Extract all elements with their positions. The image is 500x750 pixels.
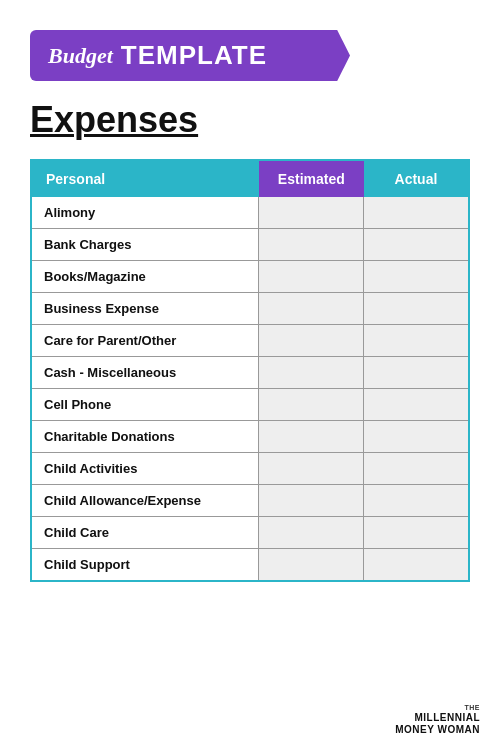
row-label: Child Activities xyxy=(31,453,259,485)
row-estimated[interactable] xyxy=(259,293,364,325)
table-row: Bank Charges xyxy=(31,229,469,261)
row-actual[interactable] xyxy=(364,293,469,325)
row-label: Bank Charges xyxy=(31,229,259,261)
row-label: Cash - Miscellaneous xyxy=(31,357,259,389)
row-label: Alimony xyxy=(31,197,259,229)
table-row: Child Care xyxy=(31,517,469,549)
row-label: Cell Phone xyxy=(31,389,259,421)
row-actual[interactable] xyxy=(364,485,469,517)
row-label: Child Allowance/Expense xyxy=(31,485,259,517)
row-actual[interactable] xyxy=(364,453,469,485)
budget-label: Budget xyxy=(48,43,113,69)
row-actual[interactable] xyxy=(364,389,469,421)
table-row: Care for Parent/Other xyxy=(31,325,469,357)
footer-brand-sub: MONEY WOMAN xyxy=(395,724,480,736)
row-estimated[interactable] xyxy=(259,261,364,293)
col-header-actual: Actual xyxy=(364,160,469,197)
row-actual[interactable] xyxy=(364,261,469,293)
row-estimated[interactable] xyxy=(259,357,364,389)
row-estimated[interactable] xyxy=(259,485,364,517)
col-header-personal: Personal xyxy=(31,160,259,197)
row-estimated[interactable] xyxy=(259,197,364,229)
row-actual[interactable] xyxy=(364,421,469,453)
row-estimated[interactable] xyxy=(259,421,364,453)
row-estimated[interactable] xyxy=(259,325,364,357)
row-estimated[interactable] xyxy=(259,229,364,261)
row-actual[interactable] xyxy=(364,357,469,389)
table-row: Business Expense xyxy=(31,293,469,325)
footer-brand-name: MILLENNIAL xyxy=(395,712,480,724)
row-label: Child Support xyxy=(31,549,259,582)
table-row: Child Allowance/Expense xyxy=(31,485,469,517)
col-header-estimated: Estimated xyxy=(259,160,364,197)
row-label: Books/Magazine xyxy=(31,261,259,293)
row-actual[interactable] xyxy=(364,325,469,357)
row-actual[interactable] xyxy=(364,517,469,549)
header-banner: Budget Template xyxy=(30,30,350,81)
footer-brand: THE MILLENNIAL MONEY WOMAN xyxy=(395,704,480,736)
row-label: Charitable Donations xyxy=(31,421,259,453)
table-row: Books/Magazine xyxy=(31,261,469,293)
row-actual[interactable] xyxy=(364,229,469,261)
table-row: Cell Phone xyxy=(31,389,469,421)
row-estimated[interactable] xyxy=(259,517,364,549)
table-row: Child Activities xyxy=(31,453,469,485)
table-row: Charitable Donations xyxy=(31,421,469,453)
budget-table: Personal Estimated Actual AlimonyBank Ch… xyxy=(30,159,470,582)
section-title: Expenses xyxy=(30,99,470,141)
row-estimated[interactable] xyxy=(259,453,364,485)
row-label: Business Expense xyxy=(31,293,259,325)
page-container: Budget Template Expenses Personal Estima… xyxy=(0,0,500,750)
row-estimated[interactable] xyxy=(259,389,364,421)
table-row: Cash - Miscellaneous xyxy=(31,357,469,389)
row-label: Child Care xyxy=(31,517,259,549)
row-actual[interactable] xyxy=(364,549,469,582)
template-label: Template xyxy=(121,40,267,71)
table-row: Alimony xyxy=(31,197,469,229)
table-row: Child Support xyxy=(31,549,469,582)
row-actual[interactable] xyxy=(364,197,469,229)
footer-the: THE xyxy=(395,704,480,712)
row-estimated[interactable] xyxy=(259,549,364,582)
row-label: Care for Parent/Other xyxy=(31,325,259,357)
